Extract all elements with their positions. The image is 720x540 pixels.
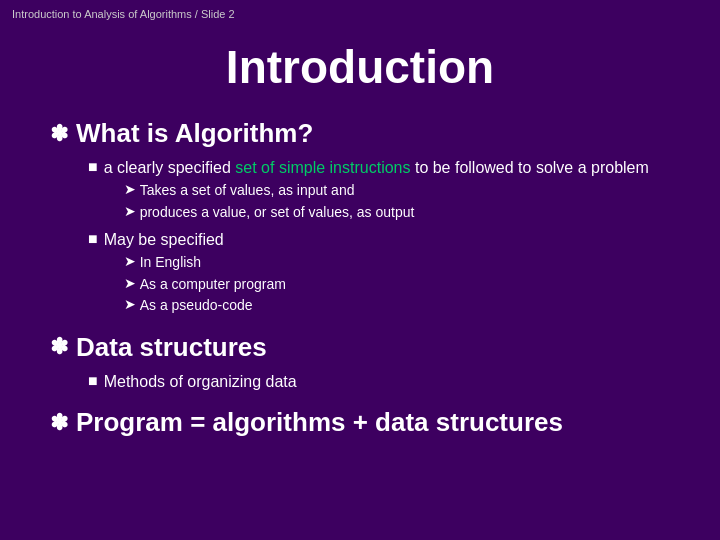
slide-label: Introduction to Analysis of Algorithms /… bbox=[12, 8, 235, 20]
section-heading-data-structures: ✽ Data structures bbox=[50, 332, 670, 363]
section-title-data-structures: Data structures bbox=[76, 332, 267, 363]
sub-sub-item-takes: ➤ Takes a set of values, as input and bbox=[124, 181, 649, 201]
sub-item-text-before-1: a clearly specified bbox=[104, 159, 236, 176]
sub-sub-bullet-takes: ➤ bbox=[124, 181, 136, 197]
sub-sub-item-computer-program: ➤ As a computer program bbox=[124, 275, 286, 295]
sub-sub-text-takes: Takes a set of values, as input and bbox=[140, 181, 355, 201]
sub-bullet-methods: ■ bbox=[88, 372, 98, 390]
main-title: Introduction bbox=[50, 40, 670, 94]
star-bullet-data-structures: ✽ bbox=[50, 334, 68, 360]
section-title-algorithm: What is Algorithm? bbox=[76, 118, 313, 149]
sub-sub-bullet-computer-program: ➤ bbox=[124, 275, 136, 291]
sub-item-may-be-specified: ■ May be specified ➤ In English ➤ As a c… bbox=[88, 229, 670, 318]
program-line-text: Program = algorithms + data structures bbox=[76, 407, 563, 438]
section-what-is-algorithm: ✽ What is Algorithm? ■ a clearly specifi… bbox=[50, 118, 670, 318]
sub-sub-item-english: ➤ In English bbox=[124, 253, 286, 273]
sub-sub-text-produces: produces a value, or set of values, as o… bbox=[140, 203, 415, 223]
sub-sub-bullet-english: ➤ bbox=[124, 253, 136, 269]
sub-sub-text-pseudo-code: As a pseudo-code bbox=[140, 296, 253, 316]
sub-item-highlight-1: set of simple instructions bbox=[235, 159, 410, 176]
sub-sub-text-computer-program: As a computer program bbox=[140, 275, 286, 295]
sub-item-methods-organizing: ■ Methods of organizing data bbox=[88, 371, 670, 393]
sub-item-text-after-1: to be followed to solve a problem bbox=[410, 159, 648, 176]
sub-bullet-1: ■ bbox=[88, 158, 98, 176]
sub-item-clearly-specified: ■ a clearly specified set of simple inst… bbox=[88, 157, 670, 225]
star-bullet-algorithm: ✽ bbox=[50, 121, 68, 147]
sub-item-text-may: May be specified bbox=[104, 231, 224, 248]
sub-sub-bullet-produces: ➤ bbox=[124, 203, 136, 219]
sub-sub-item-produces: ➤ produces a value, or set of values, as… bbox=[124, 203, 649, 223]
section-heading-algorithm: ✽ What is Algorithm? bbox=[50, 118, 670, 149]
section-data-structures: ✽ Data structures ■ Methods of organizin… bbox=[50, 332, 670, 393]
sub-sub-item-pseudo-code: ➤ As a pseudo-code bbox=[124, 296, 286, 316]
sub-bullet-2: ■ bbox=[88, 230, 98, 248]
sub-sub-bullet-pseudo-code: ➤ bbox=[124, 296, 136, 312]
sub-sub-text-english: In English bbox=[140, 253, 201, 273]
program-line: ✽ Program = algorithms + data structures bbox=[50, 407, 670, 438]
sub-item-text-methods: Methods of organizing data bbox=[104, 371, 297, 393]
star-bullet-program: ✽ bbox=[50, 410, 68, 436]
